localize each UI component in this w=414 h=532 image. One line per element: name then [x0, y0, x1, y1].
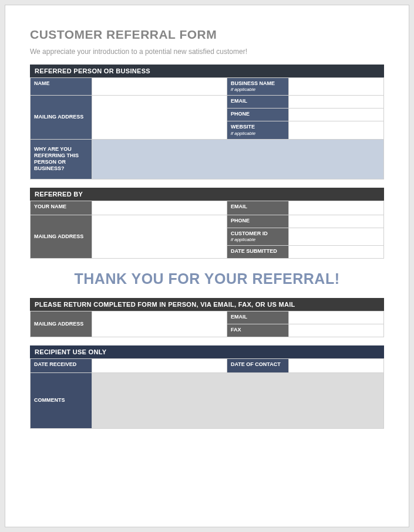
section-header-referred-person: REFERRED PERSON OR BUSINESS [30, 65, 384, 77]
label-return-email: EMAIL [227, 311, 289, 324]
label-website-text: WEBSITE [231, 124, 255, 130]
label-referrer-mailing: MAILING ADDRESS [31, 215, 92, 258]
input-name[interactable] [92, 78, 227, 96]
label-customer-id-text: CUSTOMER ID [231, 231, 268, 236]
input-mailing-address[interactable] [92, 96, 227, 139]
label-business-name-text: BUSINESS NAME [231, 80, 275, 86]
page-subtitle: We appreciate your introduction to a pot… [30, 48, 384, 56]
form-page: CUSTOMER REFERRAL FORM We appreciate you… [5, 5, 409, 527]
input-email[interactable] [289, 96, 384, 109]
referred-by-table: YOUR NAME EMAIL MAILING ADDRESS PHONE CU… [30, 201, 384, 259]
section-header-recipient: RECIPIENT USE ONLY [30, 345, 384, 358]
label-return-fax: FAX [227, 324, 289, 337]
input-return-mailing[interactable] [92, 311, 227, 337]
recipient-table: DATE RECEIVED DATE OF CONTACT COMMENTS [30, 358, 384, 429]
section-header-return: PLEASE RETURN COMPLETED FORM IN PERSON, … [30, 298, 384, 311]
input-comments[interactable] [92, 372, 384, 428]
input-referrer-phone[interactable] [289, 215, 384, 228]
input-date-submitted[interactable] [289, 245, 384, 258]
input-date-received[interactable] [92, 358, 227, 372]
label-customer-id: CUSTOMER ID if applicable [227, 228, 289, 245]
section-header-referred-by: REFERRED BY [30, 188, 384, 201]
input-website[interactable] [289, 121, 384, 139]
referred-person-table: NAME BUSINESS NAME if applicable MAILING… [30, 77, 384, 179]
thank-you-message: THANK YOU FOR YOUR REFERRAL! [30, 270, 384, 287]
label-referrer-phone: PHONE [227, 215, 289, 228]
input-why-referring[interactable] [92, 139, 384, 179]
label-email: EMAIL [227, 96, 289, 109]
return-table: MAILING ADDRESS EMAIL FAX [30, 311, 384, 337]
label-why-referring: WHY ARE YOU REFERRING THIS PERSON OR BUS… [31, 139, 92, 179]
input-your-name[interactable] [92, 201, 227, 215]
label-date-received: DATE RECEIVED [31, 358, 92, 372]
label-business-name-note: if applicable [231, 87, 285, 93]
page-title: CUSTOMER REFERRAL FORM [30, 28, 384, 42]
label-your-name: YOUR NAME [31, 201, 92, 215]
input-business-name[interactable] [289, 78, 384, 96]
label-date-submitted: DATE SUBMITTED [227, 245, 289, 258]
label-customer-id-note: if applicable [231, 237, 285, 243]
input-return-fax[interactable] [289, 324, 384, 337]
label-business-name: BUSINESS NAME if applicable [227, 78, 289, 96]
input-referrer-email[interactable] [289, 201, 384, 215]
input-return-email[interactable] [289, 311, 384, 324]
label-name: NAME [31, 78, 92, 96]
input-customer-id[interactable] [289, 228, 384, 245]
input-date-contact[interactable] [289, 358, 384, 372]
label-date-contact: DATE OF CONTACT [227, 358, 289, 372]
label-return-mailing: MAILING ADDRESS [31, 311, 92, 337]
input-referrer-mailing[interactable] [92, 215, 227, 258]
label-referrer-email: EMAIL [227, 201, 289, 215]
input-phone[interactable] [289, 109, 384, 121]
label-comments: COMMENTS [31, 372, 92, 428]
label-website: WEBSITE if applicable [227, 121, 289, 139]
label-phone: PHONE [227, 109, 289, 121]
label-website-note: if applicable [231, 131, 285, 137]
label-mailing-address: MAILING ADDRESS [31, 96, 92, 139]
